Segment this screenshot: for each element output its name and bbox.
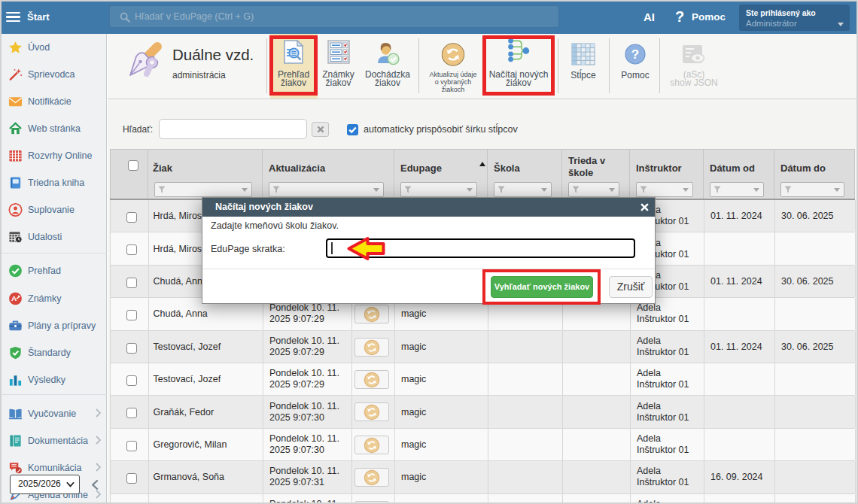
svg-text:A: A xyxy=(11,294,17,302)
svg-text:?: ? xyxy=(631,47,639,62)
